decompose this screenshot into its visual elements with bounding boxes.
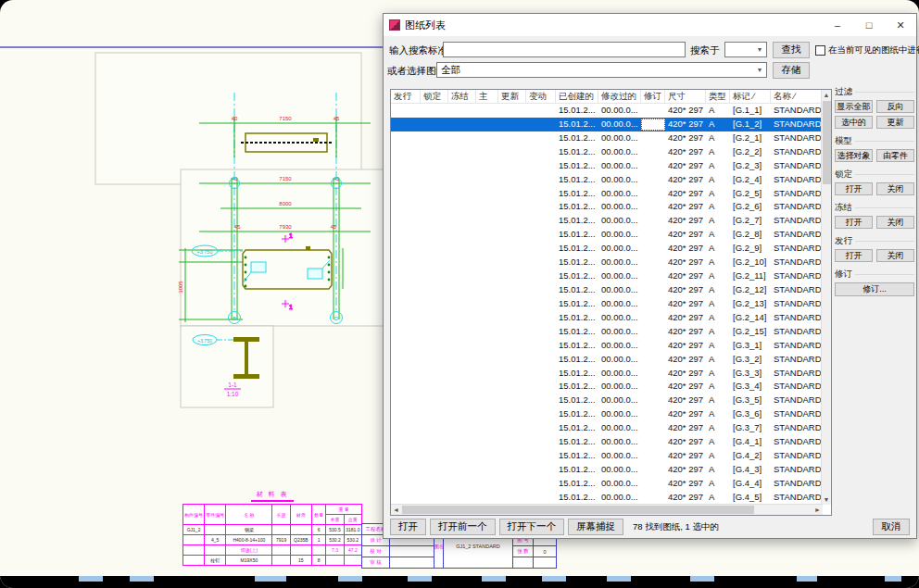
group-label: 修订 — [835, 269, 852, 281]
scroll-down-icon[interactable]: ▼ — [822, 494, 831, 505]
vertical-scrollbar[interactable]: ▲ ▼ — [821, 90, 831, 505]
过滤-反向-button[interactable]: 反向 — [876, 100, 914, 113]
cell — [526, 256, 556, 269]
save-button[interactable]: 存储 — [773, 62, 810, 79]
cell — [421, 311, 448, 325]
open-previous-button[interactable]: 打开前一个 — [430, 519, 496, 535]
column-header-3[interactable]: 主 — [476, 90, 498, 103]
scrollbar-thumb[interactable] — [402, 506, 754, 514]
table-row[interactable]: 15.01.2...00.00.0...420* 297A[G.2_6]STAN… — [391, 200, 831, 214]
cell — [476, 325, 498, 339]
table-row[interactable]: 15.01.2...00.00.0...420* 297A[G.2_15]STA… — [391, 325, 831, 339]
table-row[interactable]: 15.01.2...00.00.0...420* 297A[G.2_8]STAN… — [391, 228, 831, 242]
table-row[interactable]: 15.01.2...00.00.0...420* 297A[G.2_11]STA… — [391, 269, 831, 283]
minimize-button[interactable]: – — [822, 14, 853, 36]
cancel-button[interactable]: 取消 — [873, 519, 910, 535]
column-header-2[interactable]: 冻结 — [448, 90, 476, 103]
cell: 15.01.2... — [556, 269, 598, 283]
column-header-11[interactable]: 标记 ∕ — [730, 90, 771, 103]
column-header-9[interactable]: 尺寸 — [665, 90, 706, 103]
cell — [476, 491, 498, 505]
table-row[interactable]: 15.01.2...00.00.0...420* 297A[G.2_5]STAN… — [391, 187, 831, 201]
table-row[interactable]: 15.01.2...00.00.0...420* 297A[G.4_4]STAN… — [391, 477, 831, 491]
open-next-button[interactable]: 打开下一个 — [499, 519, 565, 535]
search-visible-checkbox[interactable]: 在当前可见的图纸中进行搜索 — [815, 44, 919, 56]
cell: 00.00.0... — [598, 407, 641, 421]
cell — [641, 214, 665, 228]
column-header-10[interactable]: 类型 — [706, 90, 730, 103]
table-row[interactable]: 15.01.2...00.00.0...420* 297A[G.3_5]STAN… — [391, 394, 831, 407]
table-row[interactable]: 15.01.2...00.00.0...420* 297A[G.3_7]STAN… — [391, 421, 831, 435]
模型-选择对象-button[interactable]: 选择对象 — [835, 149, 873, 162]
模型-由零件-button[interactable]: 由零件 — [876, 149, 914, 162]
column-header-4[interactable]: 更新 — [498, 90, 526, 103]
group-label: 过滤 — [835, 86, 852, 98]
table-row[interactable]: 15.01.2...00.00.0...420* 297A[G.2_1]STAN… — [391, 131, 831, 145]
table-row[interactable]: 15.01.2...00.00.0...420* 297A[G.2_9]STAN… — [391, 242, 831, 256]
maximize-button[interactable]: □ — [853, 14, 885, 36]
修订-修订...-button[interactable]: 修订... — [835, 282, 914, 296]
column-header-1[interactable]: 锁定 — [421, 90, 448, 103]
table-row[interactable]: 15.01.2...00.00.0...420* 297A[G.3_3]STAN… — [391, 367, 831, 381]
table-row[interactable]: 15.01.2...00.00.0...420* 297A[G.2_14]STA… — [391, 311, 831, 325]
table-header-row: 发行锁定冻结主更新变动已创建的修改过的修订尺寸类型标记 ∕名称 ∕标 — [391, 90, 831, 104]
cell: A — [706, 394, 730, 407]
table-row[interactable]: 15.01.2...00.00.0...420* 297A[G.3_6]STAN… — [391, 407, 831, 421]
scroll-right-icon[interactable]: ► — [812, 505, 823, 515]
cell — [476, 339, 498, 353]
screen-capture-button[interactable]: 屏幕捕捉 — [568, 519, 623, 535]
table-row[interactable]: 15.01.2...00.00.0...420* 297A[G.2_13]STA… — [391, 297, 831, 311]
table-row[interactable]: 15.01.2...00.00.0...420* 297A[G.4_5]STAN… — [391, 491, 831, 505]
cell — [498, 394, 526, 407]
column-header-6[interactable]: 已创建的 — [556, 90, 598, 103]
column-header-5[interactable]: 变动 — [526, 90, 556, 103]
table-row[interactable]: 15.01.2...00.00.0...420* 297A[G.2_12]STA… — [391, 283, 831, 297]
settings-combobox[interactable]: 全部 ▾ — [436, 62, 767, 78]
过滤-选中的-button[interactable]: 选中的 — [835, 116, 873, 129]
scroll-up-icon[interactable]: ▲ — [822, 90, 831, 100]
table-row[interactable]: 15.01.2...00.00.0...420* 297A[G.2_4]STAN… — [391, 173, 831, 187]
cell — [476, 463, 498, 477]
table-row[interactable]: 15.01.2...00.00.0...420* 297A[G.2_7]STAN… — [391, 214, 831, 228]
column-header-8[interactable]: 修订 — [641, 90, 665, 103]
发行-打开-button[interactable]: 打开 — [835, 249, 873, 262]
table-row[interactable]: 15.01.2...00.00.0...420* 297A[G.4_2]STAN… — [391, 449, 831, 463]
scroll-left-icon[interactable]: ◄ — [391, 505, 401, 515]
发行-关闭-button[interactable]: 关闭 — [876, 249, 914, 262]
table-row[interactable]: 15.01.2...00.00.0...420* 297A[G.3_2]STAN… — [391, 353, 831, 367]
table-row[interactable]: 15.01.2...00.00.0...420* 297A[G.4_3]STAN… — [391, 463, 831, 477]
horizontal-scrollbar[interactable]: ◄ ► — [391, 504, 823, 515]
cell — [391, 131, 421, 145]
cell: 00.00.0... — [598, 118, 641, 131]
table-row[interactable]: 15.01.2...00.00.0...420* 297A[G.3_1]STAN… — [391, 339, 831, 353]
open-button[interactable]: 打开 — [390, 519, 426, 535]
search-in-combobox[interactable]: ▾ — [724, 42, 767, 57]
close-button[interactable]: ✕ — [885, 14, 916, 36]
cell — [498, 145, 526, 159]
scrollbar-thumb[interactable] — [823, 101, 831, 184]
锁定-关闭-button[interactable]: 关闭 — [876, 182, 914, 195]
table-row[interactable]: 15.01.2...00.00.0...420* 297A[G.4_1]STAN… — [391, 435, 831, 449]
cell — [498, 339, 526, 353]
cell: A — [706, 325, 730, 339]
cell: STANDARD — [771, 491, 825, 505]
冻结-打开-button[interactable]: 打开 — [835, 216, 873, 229]
冻结-关闭-button[interactable]: 关闭 — [876, 216, 914, 229]
column-header-12[interactable]: 名称 ∕ — [771, 90, 825, 103]
cell: 420* 297 — [665, 159, 706, 173]
锁定-打开-button[interactable]: 打开 — [835, 182, 873, 195]
table-row[interactable]: 15.01.2...00.00.0...420* 297A[G.1_1]STAN… — [391, 104, 831, 118]
search-input[interactable] — [443, 42, 686, 57]
dialog-titlebar[interactable]: 图纸列表 – □ ✕ — [384, 14, 916, 36]
table-row[interactable]: 15.01.2...00.00.0...420* 297A[G.1_2]STAN… — [391, 118, 831, 131]
table-row[interactable]: 15.01.2...00.00.0...420* 297A[G.2_2]STAN… — [391, 145, 831, 159]
cell — [391, 325, 421, 339]
table-row[interactable]: 15.01.2...00.00.0...420* 297A[G.2_10]STA… — [391, 256, 831, 269]
table-row[interactable]: 15.01.2...00.00.0...420* 297A[G.2_3]STAN… — [391, 159, 831, 173]
column-header-7[interactable]: 修改过的 — [598, 90, 641, 103]
过滤-显示全部-button[interactable]: 显示全部 — [835, 100, 873, 113]
table-row[interactable]: 15.01.2...00.00.0...420* 297A[G.3_4]STAN… — [391, 380, 831, 394]
过滤-更新-button[interactable]: 更新 — [876, 116, 914, 129]
find-button[interactable]: 查找 — [773, 42, 810, 58]
column-header-0[interactable]: 发行 — [391, 90, 421, 103]
